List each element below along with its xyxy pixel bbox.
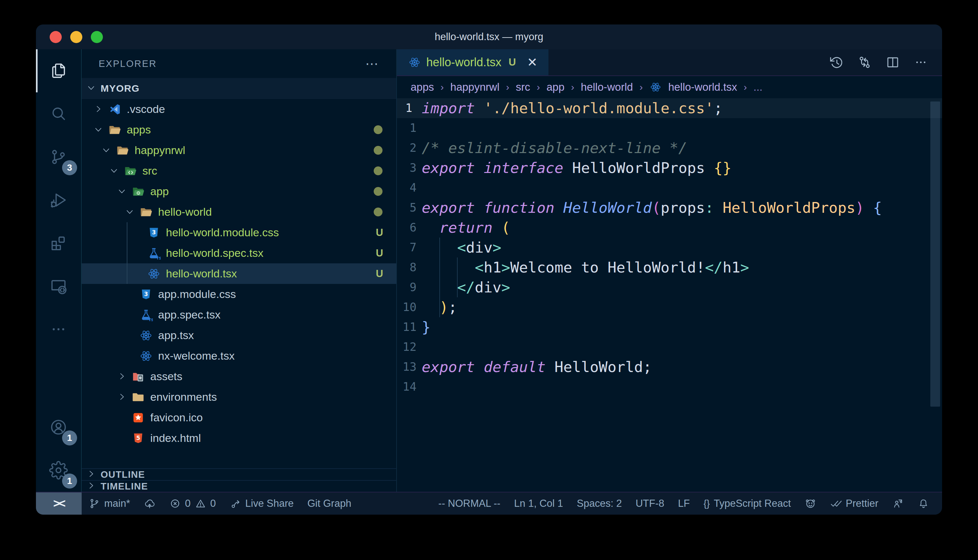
chevron-down-icon[interactable] <box>94 124 105 135</box>
statusbar-indentation[interactable]: Spaces: 2 <box>570 492 629 515</box>
tree-section-myorg[interactable]: MYORG <box>82 78 396 99</box>
code-line: 10 ); <box>397 297 942 317</box>
open-timeline-button[interactable] <box>829 55 844 70</box>
split-editor-button[interactable] <box>885 55 900 70</box>
breadcrumb-overflow[interactable]: ... <box>754 81 763 93</box>
statusbar-live-share[interactable]: Live Share <box>223 492 301 515</box>
sidebar-section-timeline[interactable]: TIMELINE <box>82 480 396 492</box>
breadcrumb-item[interactable]: src <box>516 81 530 93</box>
statusbar-cursor-position[interactable]: Ln 1, Col 1 <box>507 492 570 515</box>
activitybar-run-debug[interactable] <box>36 178 81 222</box>
icon <box>49 277 68 296</box>
activitybar-remote-explorer[interactable] <box>36 265 81 308</box>
breadcrumb-item[interactable]: app <box>547 81 565 93</box>
tree-item[interactable]: src <box>82 160 396 181</box>
activitybar-settings[interactable]: 1 <box>36 449 81 492</box>
statusbar-vim-mode[interactable]: -- NORMAL -- <box>431 492 507 515</box>
chevron-down-icon[interactable] <box>86 83 97 94</box>
more-actions-button[interactable] <box>913 55 928 70</box>
tree-item[interactable]: app.tsx <box>82 325 396 346</box>
react-icon <box>408 56 421 69</box>
tree-item[interactable]: hello-world <box>82 202 396 222</box>
statusbar-formatter[interactable]: Prettier <box>823 492 885 515</box>
statusbar-publish-changes[interactable] <box>137 492 162 515</box>
statusbar-notifications[interactable] <box>911 492 936 515</box>
svg-text:TS: TS <box>157 255 161 260</box>
editor[interactable]: 1import './hello-world.module.css';12/* … <box>397 98 942 492</box>
tree-item[interactable]: assets <box>82 366 396 387</box>
chevron-right-icon[interactable] <box>117 371 128 382</box>
icon <box>49 320 68 339</box>
chevron-down-icon[interactable] <box>117 186 128 197</box>
editor-scrollbar[interactable] <box>930 102 940 407</box>
tree-item[interactable]: TShello-world.spec.tsxU <box>82 243 396 263</box>
explorer-sidebar: EXPLORER ⋯ MYORG.vscodeappshappynrwlsrca… <box>82 49 397 492</box>
titlebar: hello-world.tsx — myorg <box>36 25 942 49</box>
warning-icon <box>195 498 206 509</box>
statusbar-remote-indicator[interactable]: >< <box>36 492 82 515</box>
tree-item[interactable]: happynrwl <box>82 140 396 160</box>
activitybar-extensions[interactable] <box>36 222 81 265</box>
chevron-right-icon[interactable] <box>94 104 105 115</box>
chevron-down-icon[interactable] <box>109 165 120 177</box>
activitybar-source-control-badge: 3 <box>62 160 77 175</box>
activitybar-search[interactable] <box>36 92 81 135</box>
tree-item[interactable]: hello-world.tsxU <box>82 263 396 284</box>
code-line: 5export function HelloWorld(props: Hello… <box>397 198 942 218</box>
tree-item[interactable]: apps <box>82 120 396 140</box>
statusbar-language-mode[interactable]: {}TypeScript React <box>697 492 798 515</box>
icon <box>49 234 68 253</box>
line-number: 12 <box>397 337 420 357</box>
breadcrumb-item[interactable]: hello-world.tsx <box>668 81 737 93</box>
branch-icon <box>89 498 100 509</box>
git-modified-dot <box>374 125 383 134</box>
tree-item[interactable]: environments <box>82 387 396 407</box>
tree-item[interactable]: .vscode <box>82 99 396 120</box>
tree-item[interactable]: 5index.html <box>82 428 396 448</box>
breadcrumb-item[interactable]: happynrwl <box>450 81 500 93</box>
code-line: 13export default HelloWorld; <box>397 357 942 377</box>
close-button[interactable] <box>50 31 62 43</box>
git-modified-dot <box>374 187 383 196</box>
git-untracked-badge: U <box>376 227 383 238</box>
breadcrumb-item[interactable]: hello-world <box>581 81 633 93</box>
tab-close-icon[interactable]: ✕ <box>527 56 537 68</box>
test-icon: TS <box>147 247 161 260</box>
sidebar-section-outline[interactable]: OUTLINE <box>82 468 396 480</box>
tree-item[interactable]: 3hello-world.module.cssU <box>82 222 396 243</box>
icon <box>49 191 68 210</box>
git-modified-dot <box>374 167 383 175</box>
react-icon <box>649 81 662 93</box>
line-number: 3 <box>397 158 420 178</box>
tree-item[interactable]: app <box>82 181 396 202</box>
chevron-down-icon[interactable] <box>101 145 112 156</box>
code-line: 11} <box>397 317 942 337</box>
test-icon: TS <box>139 308 153 322</box>
tree-item[interactable]: nx-welcome.tsx <box>82 346 396 366</box>
activitybar-accounts[interactable]: 1 <box>36 406 81 449</box>
zoom-button[interactable] <box>91 31 103 43</box>
tab-hello-world-tsx[interactable]: hello-world.tsx U ✕ <box>397 49 548 75</box>
chevron-right-icon[interactable] <box>117 392 128 403</box>
activitybar-source-control[interactable]: 3 <box>36 135 81 178</box>
explorer-actions-icon[interactable]: ⋯ <box>365 56 379 71</box>
tree-item[interactable]: TSapp.spec.tsx <box>82 305 396 325</box>
tree-item[interactable]: 3app.module.css <box>82 284 396 305</box>
statusbar-git-branch[interactable]: main* <box>82 492 137 515</box>
tree-item[interactable]: favicon.ico <box>82 407 396 428</box>
editor-group: hello-world.tsx U ✕ apps›happynrwl›src›a… <box>397 49 942 492</box>
statusbar-eol[interactable]: LF <box>671 492 696 515</box>
activitybar-explorer[interactable] <box>36 49 81 92</box>
statusbar-feedback[interactable] <box>798 492 823 515</box>
breadcrumb-item[interactable]: apps <box>411 81 434 93</box>
activitybar-accounts-badge: 1 <box>62 430 77 445</box>
statusbar-problems[interactable]: 00 <box>162 492 223 515</box>
activitybar-more-views[interactable] <box>36 308 81 351</box>
statusbar-person-feedback[interactable] <box>885 492 911 515</box>
minimize-button[interactable] <box>70 31 82 43</box>
chevron-down-icon[interactable] <box>125 207 136 218</box>
statusbar-git-graph[interactable]: Git Graph <box>301 492 358 515</box>
open-changes-button[interactable] <box>857 55 872 70</box>
react-icon <box>139 328 153 342</box>
statusbar-encoding[interactable]: UTF-8 <box>629 492 671 515</box>
